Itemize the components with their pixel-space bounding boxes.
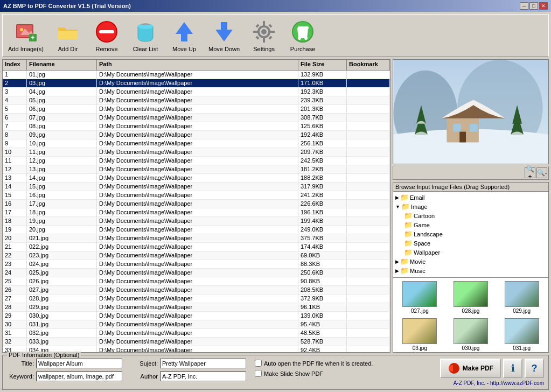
- cell-path: D:\My Documents\Image\Wallpaper: [97, 96, 298, 104]
- folder-icon: 📁: [404, 248, 413, 256]
- clear-list-button[interactable]: Clear List: [127, 17, 164, 54]
- title-input[interactable]: [36, 359, 122, 368]
- table-row[interactable]: 13 14.jpg D:\My Documents\Image\Wallpape…: [3, 174, 390, 183]
- thumbnail-image: [454, 281, 488, 307]
- purchase-button[interactable]: Purchase: [284, 17, 322, 54]
- folder-tree[interactable]: ▶ 📁 Email▼ 📁 Image📁 Cartoon📁 Game📁 Lands…: [393, 192, 548, 278]
- table-row[interactable]: 26 027.jpg D:\My Documents\Image\Wallpap…: [3, 286, 390, 295]
- svg-rect-24: [269, 24, 273, 27]
- cell-bookmark: [347, 217, 390, 225]
- table-row[interactable]: 29 030.jpg D:\My Documents\Image\Wallpap…: [3, 312, 390, 320]
- table-row[interactable]: 11 12.jpg D:\My Documents\Image\Wallpape…: [3, 157, 390, 165]
- table-row[interactable]: 7 08.jpg D:\My Documents\Image\Wallpaper…: [3, 122, 390, 131]
- cell-filesize: 192.3KB: [298, 88, 347, 96]
- make-pdf-button[interactable]: Make PDF: [440, 359, 501, 378]
- slideshow-checkbox[interactable]: [255, 370, 262, 377]
- table-row[interactable]: 28 029.jpg D:\My Documents\Image\Wallpap…: [3, 303, 390, 312]
- tree-item[interactable]: ▼ 📁 Image: [394, 202, 547, 211]
- cell-filesize: 48.5KB: [298, 329, 347, 337]
- add-dir-button[interactable]: Add Dir: [49, 17, 87, 54]
- tree-item[interactable]: 📁 Game: [394, 220, 547, 229]
- folder-icon: 📁: [404, 230, 413, 238]
- tree-item[interactable]: 📁 Space: [394, 239, 547, 248]
- move-down-button[interactable]: Move Down: [204, 17, 244, 54]
- maximize-button[interactable]: □: [529, 2, 538, 10]
- table-row[interactable]: 8 09.jpg D:\My Documents\Image\Wallpaper…: [3, 131, 390, 139]
- file-list-body[interactable]: 1 01.jpg D:\My Documents\Image\Wallpaper…: [3, 71, 390, 352]
- cell-filename: 10.jpg: [27, 139, 97, 148]
- svg-rect-36: [453, 124, 461, 132]
- table-row[interactable]: 15 16.jpg D:\My Documents\Image\Wallpape…: [3, 191, 390, 200]
- table-row[interactable]: 6 07.jpg D:\My Documents\Image\Wallpaper…: [3, 114, 390, 122]
- cell-index: 26: [3, 286, 27, 294]
- table-row[interactable]: 19 20.jpg D:\My Documents\Image\Wallpape…: [3, 226, 390, 234]
- table-row[interactable]: 1 01.jpg D:\My Documents\Image\Wallpaper…: [3, 71, 390, 79]
- thumbnail-item[interactable]: 03.jpg: [395, 317, 444, 352]
- table-row[interactable]: 10 11.jpg D:\My Documents\Image\Wallpape…: [3, 148, 390, 157]
- content-area: Index Filename Path File Size Bookmark 1…: [2, 59, 549, 353]
- table-row[interactable]: 12 13.jpg D:\My Documents\Image\Wallpape…: [3, 165, 390, 174]
- thumbnail-item[interactable]: 027.jpg: [395, 280, 444, 315]
- cell-index: 13: [3, 174, 27, 182]
- zoom-out-button[interactable]: 🔍-: [536, 167, 547, 178]
- table-row[interactable]: 27 028.jpg D:\My Documents\Image\Wallpap…: [3, 295, 390, 303]
- cell-bookmark: [347, 131, 390, 139]
- tree-item[interactable]: ▶ 📁 Music: [394, 266, 547, 275]
- cell-index: 32: [3, 338, 27, 346]
- table-row[interactable]: 25 026.jpg D:\My Documents\Image\Wallpap…: [3, 277, 390, 286]
- folder-arrow-icon: ▶: [395, 268, 399, 274]
- cell-filesize: 69.0KB: [298, 251, 347, 260]
- thumbnail-item[interactable]: 030.jpg: [447, 317, 496, 352]
- add-images-button[interactable]: + Add Image(s): [4, 17, 48, 54]
- table-row[interactable]: 16 17.jpg D:\My Documents\Image\Wallpape…: [3, 200, 390, 208]
- cell-filename: 022.jpg: [27, 243, 97, 251]
- subject-input[interactable]: [160, 359, 246, 368]
- help-button[interactable]: ?: [525, 359, 544, 378]
- auto-open-checkbox[interactable]: [255, 360, 262, 367]
- thumbnail-item[interactable]: 031.jpg: [497, 317, 546, 352]
- table-row[interactable]: 17 18.jpg D:\My Documents\Image\Wallpape…: [3, 208, 390, 217]
- keyword-input[interactable]: [36, 372, 122, 381]
- close-button[interactable]: ✕: [539, 2, 548, 10]
- info-button[interactable]: ℹ: [503, 359, 522, 378]
- thumbnail-item[interactable]: 028.jpg: [447, 280, 496, 315]
- settings-button[interactable]: Settings: [245, 17, 283, 54]
- tree-item[interactable]: 📁 Cartoon: [394, 211, 547, 220]
- table-row[interactable]: 2 03.jpg D:\My Documents\Image\Wallpaper…: [3, 79, 390, 88]
- zoom-in-button[interactable]: 🔍+: [525, 167, 535, 178]
- table-row[interactable]: 21 022.jpg D:\My Documents\Image\Wallpap…: [3, 243, 390, 251]
- cell-index: 3: [3, 88, 27, 96]
- table-row[interactable]: 4 05.jpg D:\My Documents\Image\Wallpaper…: [3, 96, 390, 105]
- remove-button[interactable]: Remove: [88, 17, 125, 54]
- move-down-label: Move Down: [208, 46, 240, 52]
- table-row[interactable]: 31 032.jpg D:\My Documents\Image\Wallpap…: [3, 329, 390, 338]
- tree-item[interactable]: 📁 Wallpaper: [394, 248, 547, 257]
- thumbnail-label: 029.jpg: [513, 308, 531, 314]
- table-row[interactable]: 32 033.jpg D:\My Documents\Image\Wallpap…: [3, 338, 390, 346]
- table-row[interactable]: 18 19.jpg D:\My Documents\Image\Wallpape…: [3, 217, 390, 226]
- minimize-button[interactable]: ─: [520, 2, 528, 10]
- table-row[interactable]: 23 024.jpg D:\My Documents\Image\Wallpap…: [3, 260, 390, 269]
- table-row[interactable]: 5 06.jpg D:\My Documents\Image\Wallpaper…: [3, 105, 390, 114]
- table-row[interactable]: 22 023.jpg D:\My Documents\Image\Wallpap…: [3, 251, 390, 260]
- add-dir-icon: [55, 19, 81, 45]
- col-header-path: Path: [97, 60, 298, 70]
- author-input[interactable]: [160, 372, 246, 381]
- thumbnail-item[interactable]: 029.jpg: [497, 280, 546, 315]
- tree-item[interactable]: 📁 Landscape: [394, 229, 547, 239]
- table-row[interactable]: 24 025.jpg D:\My Documents\Image\Wallpap…: [3, 269, 390, 277]
- move-up-button[interactable]: Move Up: [165, 17, 203, 54]
- table-row[interactable]: 20 021.jpg D:\My Documents\Image\Wallpap…: [3, 234, 390, 243]
- cell-filesize: 90.8KB: [298, 277, 347, 285]
- table-row[interactable]: 3 04.jpg D:\My Documents\Image\Wallpaper…: [3, 88, 390, 96]
- table-row[interactable]: 30 031.jpg D:\My Documents\Image\Wallpap…: [3, 320, 390, 329]
- tree-item[interactable]: ▶ 📁 Movie: [394, 257, 547, 266]
- table-row[interactable]: 9 10.jpg D:\My Documents\Image\Wallpaper…: [3, 139, 390, 148]
- cell-filename: 11.jpg: [27, 148, 97, 156]
- purchase-label: Purchase: [290, 46, 315, 52]
- table-row[interactable]: 14 15.jpg D:\My Documents\Image\Wallpape…: [3, 183, 390, 191]
- cell-bookmark: [347, 174, 390, 182]
- tree-item[interactable]: ▶ 📁 Email: [394, 193, 547, 202]
- main-container: + Add Image(s) Add Dir: [0, 12, 551, 392]
- toolbar: + Add Image(s) Add Dir: [2, 14, 549, 57]
